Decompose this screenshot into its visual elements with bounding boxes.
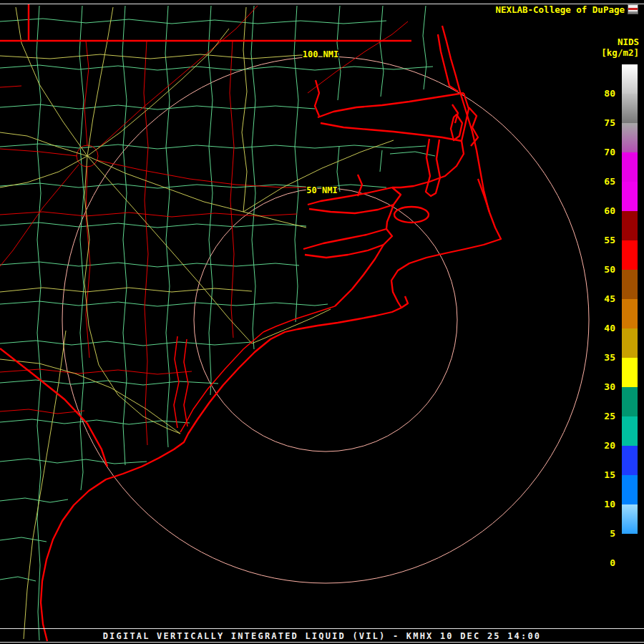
range-ring-50nmi xyxy=(194,188,457,452)
county-line xyxy=(294,6,298,322)
county-line xyxy=(390,152,435,156)
colorbar-segment-45-50 xyxy=(622,270,638,299)
colorbar-header: NIDS [kg/m2] xyxy=(601,36,639,58)
red-line xyxy=(0,409,84,414)
chowan-river xyxy=(315,80,319,116)
county-line xyxy=(0,301,328,306)
nc-sc-border xyxy=(0,348,107,467)
colorbar-segment-65-70 xyxy=(622,152,638,182)
core-sound-shore xyxy=(335,245,384,306)
colorbar-tick-30: 30 xyxy=(592,381,615,393)
road-line xyxy=(24,331,66,639)
alligator-river-west xyxy=(426,139,440,196)
colorbar-tick-75: 75 xyxy=(592,117,615,129)
base-map: 100 NMI 50 NMI xyxy=(0,0,644,644)
colorbar-tick-5: 5 xyxy=(592,528,615,540)
colorbar-tick-65: 65 xyxy=(592,176,615,187)
red-line xyxy=(230,41,234,338)
radar-display: 100 NMI 50 NMI NEXLAB-College of DuPage … xyxy=(0,0,644,644)
road-line xyxy=(84,156,180,434)
colorbar-tick-40: 40 xyxy=(592,323,615,334)
neuse-river-north xyxy=(303,229,386,249)
county-line xyxy=(0,104,315,109)
ring-label-50nmi: 50 NMI xyxy=(306,185,337,195)
colorbar-tick-10: 10 xyxy=(592,499,615,510)
colorbar-segment-55-60 xyxy=(622,211,638,240)
colorbar-tick-35: 35 xyxy=(592,352,615,364)
colorbar-tick-20: 20 xyxy=(592,440,615,452)
county-line xyxy=(380,6,384,97)
colorbar-segment-70-75 xyxy=(622,123,638,152)
county-line xyxy=(0,65,433,70)
colorbar xyxy=(622,64,638,563)
road-line xyxy=(0,54,336,59)
red-line xyxy=(84,41,89,146)
colorbar-segment-25-30 xyxy=(622,387,638,416)
product-title: DIGITAL VERTICALLY INTEGRATED LIQUID (VI… xyxy=(0,631,644,641)
road-line xyxy=(87,29,229,156)
road-line xyxy=(242,7,247,212)
county-line xyxy=(423,6,426,89)
footer-separator-top xyxy=(0,628,644,629)
coastline xyxy=(41,26,501,641)
colorbar-segment-40-45 xyxy=(622,299,638,328)
colorbar-segment-30-35 xyxy=(622,358,638,387)
red-line xyxy=(97,6,258,149)
shore-detail xyxy=(174,306,335,432)
red-line xyxy=(0,149,77,156)
state-borders xyxy=(0,4,411,467)
cape-lookout-hook xyxy=(401,296,408,308)
footer-separator-bottom xyxy=(0,642,644,643)
colorbar-segment-35-40 xyxy=(622,328,638,358)
road-line xyxy=(0,156,87,187)
red-line xyxy=(97,160,308,187)
colorbar-segment-60-65 xyxy=(622,182,638,211)
county-line xyxy=(0,537,47,542)
colorbar-tick-45: 45 xyxy=(592,293,615,305)
cod-logo-icon xyxy=(628,5,638,14)
colorbar-segment-20-25 xyxy=(622,416,638,446)
county-line xyxy=(0,19,386,24)
red-line xyxy=(0,86,21,87)
range-rings xyxy=(62,57,589,583)
pamlico-neuse-shore xyxy=(386,205,394,229)
colorbar-tick-50: 50 xyxy=(592,264,615,275)
county-line xyxy=(208,6,213,395)
county-line xyxy=(380,150,382,172)
boundary-lines xyxy=(0,6,408,445)
colorbar-title: NIDS xyxy=(601,36,639,47)
colorbar-tick-80: 80 xyxy=(592,88,615,99)
colorbar-tick-25: 25 xyxy=(592,411,615,422)
colorbar-tick-55: 55 xyxy=(592,235,615,246)
colorbar-tick-15: 15 xyxy=(592,469,615,481)
road-line xyxy=(87,156,306,228)
county-line xyxy=(0,577,36,581)
road-line xyxy=(252,309,331,343)
outer-banks-coast xyxy=(41,26,501,641)
brand-text: NEXLAB-College of DuPage xyxy=(495,4,625,15)
albemarle-north-shore xyxy=(318,93,464,117)
county-line xyxy=(36,6,41,640)
colorbar-segment-10-15 xyxy=(622,475,638,504)
colorbar-tick-0: 0 xyxy=(592,557,615,569)
hatteras-inner xyxy=(478,179,489,212)
county-line xyxy=(251,6,255,349)
albemarle-south-shore xyxy=(321,123,462,141)
colorbar-tick-60: 60 xyxy=(592,205,615,217)
road-line xyxy=(87,156,252,343)
cape-fear-river-east xyxy=(184,339,188,426)
colorbar-segment->80 xyxy=(622,64,638,94)
road-line xyxy=(16,7,87,156)
colorbar-tick-labels: 80757065605550454035302520151050 xyxy=(592,64,618,565)
colorbar-segment-75-80 xyxy=(622,94,638,123)
colorbar-segment-5-10 xyxy=(622,504,638,534)
colorbar-units: [kg/m2] xyxy=(601,47,639,58)
colorbar-segment-0-5 xyxy=(622,534,638,563)
county-lines xyxy=(0,6,435,640)
colorbar-segment-15-20 xyxy=(622,446,638,475)
road-line xyxy=(87,7,113,156)
ring-label-100nmi: 100 NMI xyxy=(303,49,339,59)
county-line xyxy=(0,144,426,149)
county-line xyxy=(0,223,306,228)
county-line xyxy=(0,498,68,502)
